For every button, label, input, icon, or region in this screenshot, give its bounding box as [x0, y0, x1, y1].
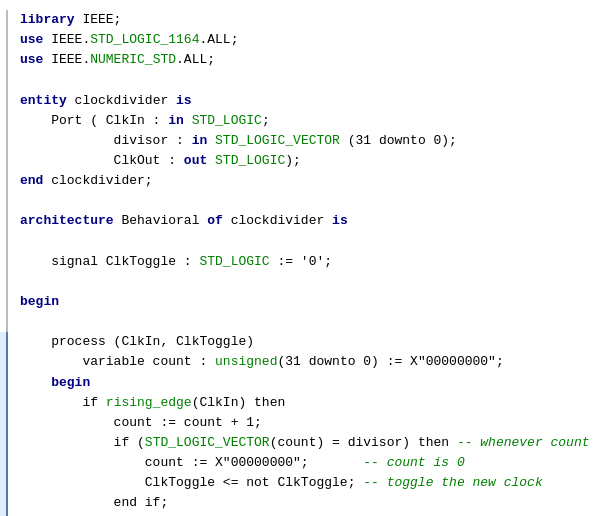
code-token: IEEE. [43, 52, 90, 67]
code-token: library [20, 12, 75, 27]
code-line: begin [0, 292, 593, 312]
code-token: signal ClkToggle : [20, 254, 199, 269]
code-token: ); [285, 153, 301, 168]
line-gutter [0, 171, 8, 191]
code-token: use [20, 32, 43, 47]
line-code: count := X"00000000"; -- count is 0 [20, 453, 593, 473]
code-line: process (ClkIn, ClkToggle) [0, 332, 593, 352]
code-line: Port ( ClkIn : in STD_LOGIC; [0, 111, 593, 131]
code-token: STD_LOGIC_1164 [90, 32, 199, 47]
code-token: of [207, 213, 223, 228]
code-line [0, 70, 593, 90]
line-code: Port ( ClkIn : in STD_LOGIC; [20, 111, 593, 131]
code-editor: library IEEE;use IEEE.STD_LOGIC_1164.ALL… [0, 10, 593, 516]
code-token: Port ( ClkIn : [20, 113, 168, 128]
code-line: end if; [0, 493, 593, 513]
code-token: architecture [20, 213, 114, 228]
line-gutter [0, 151, 8, 171]
code-token: count := count + 1; [20, 415, 262, 430]
line-gutter [0, 50, 8, 70]
code-token: ClkToggle <= not ClkToggle; [20, 475, 363, 490]
line-code: if (STD_LOGIC_VECTOR(count) = divisor) t… [20, 433, 593, 453]
line-gutter [0, 493, 8, 513]
code-token: begin [20, 294, 59, 309]
code-token: (count) = divisor) then [270, 435, 457, 450]
code-token: if [20, 395, 106, 410]
line-code: architecture Behavioral of clockdivider … [20, 211, 593, 231]
line-code: end clockdivider; [20, 171, 593, 191]
line-code [20, 272, 593, 292]
line-gutter [0, 111, 8, 131]
line-code: divisor : in STD_LOGIC_VECTOR (31 downto… [20, 131, 593, 151]
code-token: .ALL; [199, 32, 238, 47]
code-token: end if; [20, 495, 168, 510]
line-gutter [0, 10, 8, 30]
code-token: NUMERIC_STD [90, 52, 176, 67]
line-gutter [0, 70, 8, 90]
code-line [0, 232, 593, 252]
line-code: count := count + 1; [20, 413, 593, 433]
code-line: if rising_edge(ClkIn) then [0, 393, 593, 413]
line-gutter [0, 232, 8, 252]
code-token: is [176, 93, 192, 108]
code-line: divisor : in STD_LOGIC_VECTOR (31 downto… [0, 131, 593, 151]
line-gutter [0, 393, 8, 413]
line-code: library IEEE; [20, 10, 593, 30]
code-token: clockdivider [223, 213, 332, 228]
code-token: ClkOut : [20, 153, 184, 168]
code-token: divisor : [20, 133, 192, 148]
line-gutter [0, 131, 8, 151]
code-token: unsigned [215, 354, 277, 369]
line-gutter [0, 433, 8, 453]
line-gutter [0, 312, 8, 332]
code-line: count := count + 1; [0, 413, 593, 433]
code-token: clockdivider [67, 93, 176, 108]
line-code: signal ClkToggle : STD_LOGIC := '0'; [20, 252, 593, 272]
code-line [0, 272, 593, 292]
line-gutter [0, 211, 8, 231]
line-code: variable count : unsigned(31 downto 0) :… [20, 352, 593, 372]
line-code: ClkOut : out STD_LOGIC); [20, 151, 593, 171]
code-token: ; [262, 113, 270, 128]
code-token: out [184, 153, 207, 168]
code-line: count := X"00000000"; -- count is 0 [0, 453, 593, 473]
line-gutter [0, 272, 8, 292]
line-gutter [0, 252, 8, 272]
code-line: variable count : unsigned(31 downto 0) :… [0, 352, 593, 372]
code-token [207, 133, 215, 148]
line-code [20, 70, 593, 90]
code-line: use IEEE.STD_LOGIC_1164.ALL; [0, 30, 593, 50]
line-code [20, 312, 593, 332]
code-token: IEEE. [43, 32, 90, 47]
code-line: if (STD_LOGIC_VECTOR(count) = divisor) t… [0, 433, 593, 453]
code-token: -- count is 0 [363, 455, 464, 470]
code-token: -- toggle the new clock [363, 475, 542, 490]
line-code: use IEEE.NUMERIC_STD.ALL; [20, 50, 593, 70]
code-line: entity clockdivider is [0, 91, 593, 111]
code-line [0, 312, 593, 332]
line-code [20, 232, 593, 252]
code-token: STD_LOGIC [192, 113, 262, 128]
code-token: variable count : [20, 354, 215, 369]
code-token: in [192, 133, 208, 148]
line-gutter [0, 30, 8, 50]
line-code [20, 191, 593, 211]
code-token: in [168, 113, 184, 128]
code-token: (31 downto 0); [340, 133, 457, 148]
code-line: end clockdivider; [0, 171, 593, 191]
code-token [184, 113, 192, 128]
code-line: use IEEE.NUMERIC_STD.ALL; [0, 50, 593, 70]
code-token: begin [20, 375, 90, 390]
line-code: entity clockdivider is [20, 91, 593, 111]
line-gutter [0, 332, 8, 352]
code-token: count := X"00000000"; [20, 455, 363, 470]
line-code: end if; [20, 493, 593, 513]
code-token: (31 downto 0) := X"00000000"; [277, 354, 503, 369]
code-line [0, 191, 593, 211]
code-token: -- whenever count = divisor [457, 435, 593, 450]
code-line: library IEEE; [0, 10, 593, 30]
code-token: is [332, 213, 348, 228]
line-code: process (ClkIn, ClkToggle) [20, 332, 593, 352]
line-code: use IEEE.STD_LOGIC_1164.ALL; [20, 30, 593, 50]
line-gutter [0, 91, 8, 111]
